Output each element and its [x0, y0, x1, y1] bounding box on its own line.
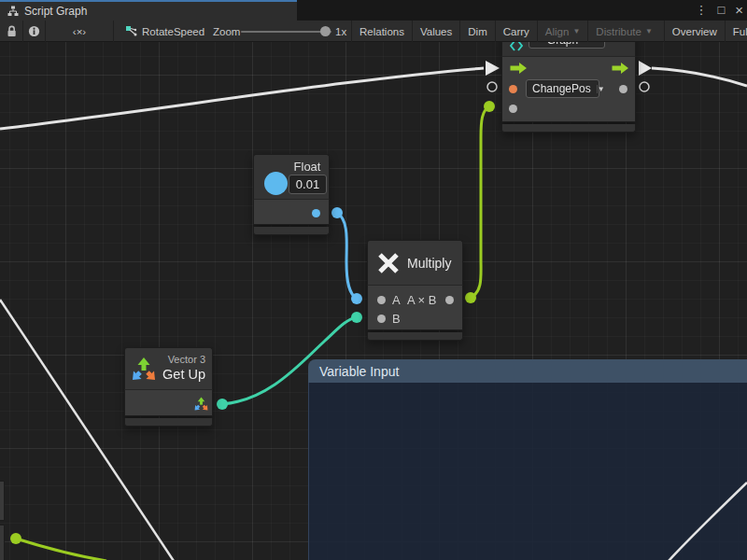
dim-button[interactable]: Dim	[459, 21, 494, 42]
script-graph-asset-icon	[125, 25, 137, 37]
float-to-multiply-wire	[337, 213, 357, 299]
chevron-down-icon: ▼	[645, 27, 653, 35]
getup-output-endpoint[interactable]	[217, 399, 228, 410]
graph-toolbar: ‹×› RotateSpeed Zoom 1x Relations Values…	[0, 21, 747, 42]
multiply-b-port[interactable]	[377, 315, 386, 323]
group-title: Variable Input	[319, 364, 399, 379]
multiply-title: Multiply	[407, 256, 451, 271]
distribute-button[interactable]: Distribute▼	[587, 21, 660, 42]
info-icon	[28, 25, 40, 37]
chevron-down-icon: ▾	[596, 42, 604, 44]
chevron-down-icon: ▼	[597, 85, 605, 93]
code-view-button[interactable]: ‹×›	[46, 21, 114, 42]
multiply-output-port[interactable]	[445, 296, 454, 304]
multiply-output-label: A × B	[407, 293, 436, 307]
close-icon[interactable]: ×	[735, 0, 743, 21]
float-node[interactable]: Float 0.01	[253, 154, 330, 235]
multiply-a-label: A	[392, 293, 401, 307]
variable-dropdown[interactable]: ChangePos ▼	[526, 79, 599, 98]
variable-dropdown-value: ChangePos	[527, 82, 597, 95]
unconnected-port-right[interactable]	[640, 82, 649, 91]
zoom-value: 1x	[335, 21, 346, 42]
crossing-wire-left	[0, 300, 174, 560]
code-icon: ‹×›	[73, 26, 86, 37]
lock-icon	[7, 25, 17, 37]
flow-in-port-icon[interactable]	[510, 63, 528, 74]
graph-unit-node[interactable]: Graph ▾ ChangePos ▼	[501, 42, 636, 133]
flow-wire-out	[652, 68, 747, 86]
value-input-port[interactable]	[509, 105, 517, 113]
offscreen-node-wire	[16, 539, 106, 560]
float-icon	[264, 172, 288, 195]
values-button[interactable]: Values	[412, 21, 459, 42]
group-body	[308, 383, 747, 560]
window-menu-icon[interactable]: ⋮	[695, 0, 707, 21]
group-header[interactable]: Variable Input	[308, 359, 747, 383]
multiply-node[interactable]: Multiply A A × B B	[367, 240, 463, 341]
multiply-a-endpoint[interactable]	[351, 293, 362, 304]
graph-input-endpoint[interactable]	[484, 101, 495, 112]
variable-input-group[interactable]: Variable Input	[308, 359, 747, 560]
multiply-to-graph-wire	[471, 106, 489, 298]
flow-arrow-in	[486, 61, 500, 76]
chevron-down-icon: ▼	[572, 27, 580, 35]
align-button[interactable]: Align▼	[537, 21, 588, 42]
multiply-a-port[interactable]	[377, 296, 386, 304]
graph-hierarchy-icon	[7, 6, 19, 17]
graph-canvas[interactable]: Variable Input	[0, 42, 747, 560]
vector3-output-port-icon[interactable]	[194, 397, 208, 411]
overview-button[interactable]: Overview	[664, 21, 725, 42]
vector3-getup-node[interactable]: Vector 3 Get Up	[124, 347, 213, 427]
tab-title: Script Graph	[24, 5, 87, 18]
tab-bar: Script Graph ⋮ □ ×	[0, 0, 747, 21]
graph-name-label: RotateSpeed	[142, 26, 204, 37]
offscreen-node-header[interactable]	[0, 481, 5, 521]
multiply-icon	[376, 251, 401, 275]
getup-title: Get Up	[162, 367, 205, 382]
zoom-slider-track[interactable]	[241, 31, 331, 33]
flow-arrow-out	[639, 61, 652, 76]
value-output-port[interactable]	[619, 85, 627, 93]
flow-out-port-icon[interactable]	[612, 63, 629, 74]
fullscreen-button[interactable]: Full Screen	[725, 21, 747, 42]
float-value-field[interactable]: 0.01	[289, 175, 327, 194]
multiply-b-endpoint[interactable]	[351, 312, 362, 323]
multiply-output-endpoint[interactable]	[465, 292, 476, 303]
carry-button[interactable]: Carry	[495, 21, 537, 42]
script-graph-window: Script Graph ⋮ □ × ‹×›	[0, 0, 747, 560]
multiply-b-label: B	[392, 312, 401, 326]
zoom-slider-handle[interactable]	[320, 26, 331, 36]
offscreen-output-endpoint[interactable]	[10, 533, 21, 544]
float-output-port[interactable]	[312, 209, 320, 217]
info-button[interactable]	[23, 21, 46, 42]
graph-icon	[510, 42, 523, 52]
tab-script-graph[interactable]: Script Graph	[0, 0, 297, 21]
offscreen-node-body[interactable]	[0, 525, 5, 560]
graph-header-label: Graph	[529, 42, 596, 47]
flow-wire-in	[0, 68, 484, 129]
vector3-type-label: Vector 3	[168, 354, 205, 365]
maximize-icon[interactable]: □	[717, 0, 725, 21]
variable-name-port[interactable]	[509, 85, 517, 93]
relations-button[interactable]: Relations	[351, 21, 412, 42]
lock-button[interactable]	[0, 21, 23, 42]
vector3-icon	[132, 357, 156, 381]
zoom-label: Zoom	[213, 21, 240, 42]
graph-reference[interactable]: RotateSpeed	[125, 21, 204, 42]
float-title: Float	[288, 160, 327, 174]
float-output-endpoint[interactable]	[331, 207, 343, 218]
unconnected-port-left[interactable]	[487, 82, 497, 91]
graph-header-dropdown[interactable]: Graph ▾	[529, 42, 605, 49]
